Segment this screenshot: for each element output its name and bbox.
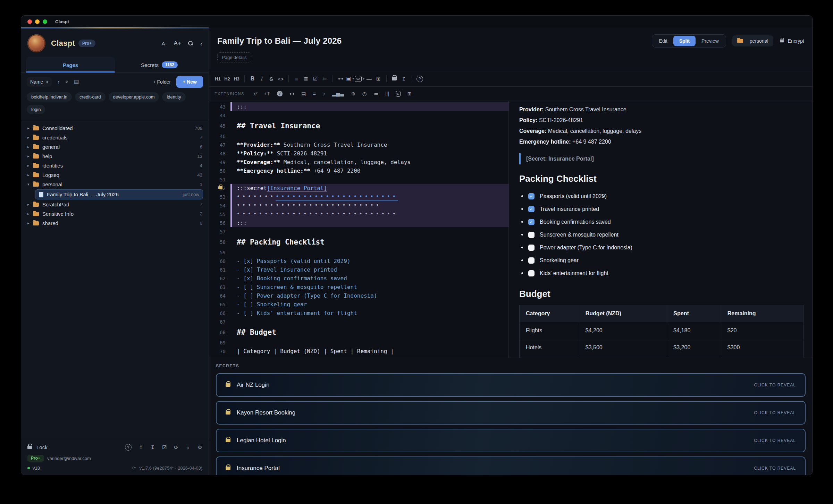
lock-icon[interactable] bbox=[390, 77, 399, 80]
checkbox[interactable] bbox=[528, 232, 535, 238]
search-icon[interactable] bbox=[188, 41, 193, 46]
editor-line[interactable]: 52:::secret[Insurance Portal] bbox=[209, 184, 508, 193]
editor-line[interactable]: 58## Packing Checklist bbox=[209, 236, 508, 248]
folder-chip[interactable]: personal bbox=[732, 35, 773, 46]
chevron-icon[interactable]: ▸ bbox=[27, 221, 33, 225]
page-details-button[interactable]: Page details bbox=[217, 52, 251, 62]
secret-name-link[interactable]: [Insurance Portal] bbox=[267, 185, 327, 191]
minimize-window-button[interactable] bbox=[35, 19, 40, 24]
help-icon[interactable]: ? bbox=[415, 76, 424, 82]
folder-row[interactable]: ▸help13 bbox=[25, 152, 204, 161]
insert-text-icon[interactable]: +T bbox=[264, 91, 270, 96]
folder-row[interactable]: ▸Sensitive Info2 bbox=[25, 209, 204, 219]
h3-icon[interactable]: H3 bbox=[232, 76, 241, 82]
tab-secrets[interactable]: Secrets 1182 bbox=[115, 57, 204, 72]
lock-button[interactable]: Lock bbox=[36, 444, 48, 450]
editor-line[interactable]: 59 bbox=[209, 248, 508, 257]
checkbox[interactable] bbox=[528, 257, 535, 264]
sync-icon[interactable]: ⟳ bbox=[174, 444, 178, 451]
folder-row[interactable]: ▸Logseq43 bbox=[25, 170, 204, 180]
editor-line[interactable]: 48**Policy:** SCTI-2026-48291 bbox=[209, 149, 508, 158]
layout-icon[interactable]: ▤ bbox=[74, 79, 79, 85]
editor-line[interactable]: 53••••••••••••••••••••••••••••• bbox=[209, 193, 508, 201]
editor-line[interactable]: 51 bbox=[209, 175, 508, 184]
folder-row[interactable]: ▸credentials7 bbox=[25, 133, 204, 142]
chevron-icon[interactable]: ▸ bbox=[27, 202, 33, 207]
checkbox[interactable]: ✓ bbox=[528, 193, 535, 199]
chevron-icon[interactable]: ▸ bbox=[27, 135, 33, 140]
chevron-icon[interactable]: ▸ bbox=[27, 145, 33, 149]
mode-edit-button[interactable]: Edit bbox=[653, 36, 673, 46]
editor-line[interactable]: 49**Coverage:** Medical, cancellation, l… bbox=[209, 158, 508, 166]
task-list-icon[interactable]: ☑ bbox=[311, 76, 320, 82]
zoom-window-button[interactable] bbox=[43, 19, 47, 24]
chevron-icon[interactable]: ▸ bbox=[27, 163, 33, 168]
editor-line[interactable]: 69 bbox=[209, 338, 508, 347]
editor-line[interactable]: 57 bbox=[209, 227, 508, 236]
dice-icon[interactable]: ⚂ bbox=[162, 444, 167, 451]
editor-line[interactable]: 68## Budget bbox=[209, 326, 508, 338]
tag-chip[interactable]: credit-card bbox=[75, 92, 105, 102]
share-icon[interactable]: ↥ bbox=[399, 76, 409, 82]
secret-card[interactable]: Legian Hotel LoginCLICK TO REVEAL bbox=[216, 429, 806, 452]
tag-chip[interactable]: login bbox=[27, 105, 45, 114]
editor-line[interactable]: 66- [ ] Kids' entertainment for flight bbox=[209, 309, 508, 317]
globe-icon[interactable]: ⊕ bbox=[351, 91, 355, 96]
font-decrease-button[interactable]: A- bbox=[161, 41, 167, 46]
h2-icon[interactable]: H2 bbox=[222, 76, 232, 82]
h1-icon[interactable]: H1 bbox=[213, 76, 222, 82]
editor-line[interactable]: 70| Category | Budget (NZD) | Spent | Re… bbox=[209, 347, 508, 356]
folder-row[interactable]: ▸general6 bbox=[25, 142, 204, 152]
chain-icon[interactable]: ⊶ bbox=[289, 91, 294, 96]
editor-line[interactable]: 64- [ ] Power adapter (Type C for Indone… bbox=[209, 291, 508, 300]
encrypt-button[interactable]: Encrypt bbox=[780, 38, 804, 44]
align-icon[interactable]: ≡ bbox=[313, 91, 316, 96]
folder-row[interactable]: ▾personal1 bbox=[25, 180, 204, 189]
editor-line[interactable]: 56::: bbox=[209, 219, 508, 227]
grid-icon[interactable]: ⊞ bbox=[407, 91, 412, 96]
quote-icon[interactable]: ⊨ bbox=[320, 76, 329, 82]
markdown-editor[interactable]: 43:::4445## Travel Insurance4647**Provid… bbox=[209, 101, 509, 358]
secret-card[interactable]: Air NZ LoginCLICK TO REVEAL bbox=[216, 373, 806, 397]
editor-line[interactable]: 63- [ ] Sunscreen & mosquito repellent bbox=[209, 283, 508, 291]
editor-line[interactable]: 61- [x] Travel insurance printed bbox=[209, 265, 508, 274]
tag-chip[interactable]: developer.apple.com bbox=[109, 92, 159, 102]
strikethrough-icon[interactable]: S bbox=[267, 76, 276, 82]
help-icon[interactable]: ? bbox=[125, 444, 132, 451]
tag-chip[interactable]: identity bbox=[162, 92, 185, 102]
superscript-icon[interactable]: x² bbox=[253, 91, 258, 96]
image-icon[interactable]: ▣▾ bbox=[345, 76, 355, 82]
tab-pages[interactable]: Pages bbox=[26, 57, 115, 72]
bold-icon[interactable]: B bbox=[248, 76, 257, 82]
update-icon[interactable]: ⟳ bbox=[132, 465, 136, 471]
chart-icon[interactable]: ▂▅▃ bbox=[332, 91, 344, 96]
editor-line[interactable]: 45## Travel Insurance bbox=[209, 120, 508, 132]
chevron-icon[interactable]: ▸ bbox=[27, 126, 33, 130]
music-icon[interactable]: ♪ bbox=[323, 91, 325, 96]
new-page-button[interactable]: + New bbox=[176, 76, 203, 88]
checkbox[interactable] bbox=[528, 245, 535, 251]
inline-code-icon[interactable]: <> bbox=[276, 76, 285, 82]
import-icon[interactable]: ↧ bbox=[151, 444, 155, 451]
folder-row[interactable]: ▸Consolidated789 bbox=[25, 123, 204, 133]
folder-row[interactable]: ▸identities4 bbox=[25, 161, 204, 170]
close-window-button[interactable] bbox=[27, 19, 32, 24]
columns-icon[interactable]: ||| bbox=[385, 91, 389, 96]
editor-line[interactable]: 65- [ ] Snorkeling gear bbox=[209, 300, 508, 309]
chevron-icon[interactable]: ▸ bbox=[27, 173, 33, 177]
settings-icon[interactable]: ⚙ bbox=[198, 444, 202, 451]
note-card-icon[interactable]: ▤ bbox=[301, 91, 306, 96]
code-block-icon[interactable]: <>▾ bbox=[355, 76, 364, 82]
editor-line[interactable]: 55••••••••••••••••••••••••••••• bbox=[209, 210, 508, 219]
italic-icon[interactable]: I bbox=[257, 76, 267, 82]
checkbox[interactable]: ✓ bbox=[528, 219, 535, 225]
editor-line[interactable]: 44 bbox=[209, 111, 508, 120]
mode-split-button[interactable]: Split bbox=[673, 36, 696, 46]
info-icon[interactable]: i bbox=[277, 91, 283, 96]
editor-line[interactable]: 50**Emergency hotline:** +64 9 487 2200 bbox=[209, 166, 508, 175]
font-increase-button[interactable]: A+ bbox=[174, 40, 181, 47]
chevron-icon[interactable]: ▾ bbox=[27, 182, 33, 187]
editor-line[interactable]: 46 bbox=[209, 132, 508, 140]
sort-direction-icon[interactable]: ↑ bbox=[57, 79, 60, 85]
video-icon[interactable]: ▸ bbox=[396, 91, 401, 97]
